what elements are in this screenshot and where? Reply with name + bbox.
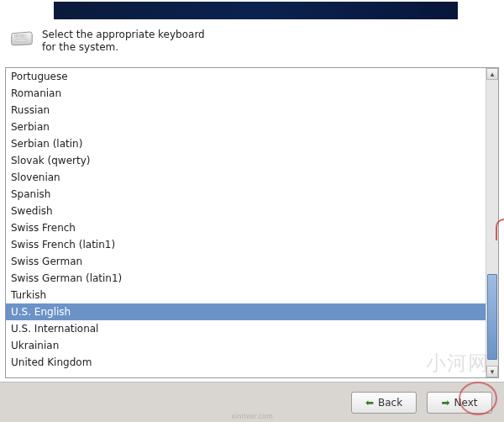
svg-rect-0 — [14, 35, 17, 38]
list-item[interactable]: Swiss French — [6, 219, 486, 236]
list-item[interactable]: Slovak (qwerty) — [6, 152, 486, 169]
list-item[interactable]: U.S. International — [6, 320, 486, 337]
svg-rect-1 — [18, 35, 20, 38]
list-item[interactable]: Portuguese — [6, 68, 486, 85]
list-item[interactable]: Romanian — [6, 85, 486, 102]
list-item[interactable]: Swiss French (latin1) — [6, 236, 486, 253]
scroll-down-button[interactable]: ▾ — [486, 366, 498, 377]
list-item[interactable]: United Kingdom — [6, 354, 486, 371]
next-button[interactable]: ➡ Next — [427, 392, 492, 414]
list-item[interactable]: Russian — [6, 102, 486, 119]
list-item[interactable]: Serbian (latin) — [6, 135, 486, 152]
list-item[interactable]: Swiss German — [6, 253, 486, 270]
scroll-track[interactable] — [486, 80, 498, 366]
arrow-left-icon: ⬅ — [365, 398, 374, 408]
list-item[interactable]: Turkish — [6, 287, 486, 303]
keyboard-list-container: PortugueseRomanianRussianSerbianSerbian … — [5, 67, 499, 378]
scrollbar[interactable]: ▴ ▾ — [486, 68, 498, 377]
footer-bar: ⬅ Back ➡ Next — [0, 382, 504, 422]
list-item[interactable]: Ukrainian — [6, 337, 486, 354]
svg-rect-2 — [20, 35, 23, 38]
list-item[interactable]: Serbian — [6, 119, 486, 135]
header-banner — [54, 2, 458, 19]
back-button-label: Back — [378, 397, 402, 409]
instruction-text: Select the appropriate keyboard for the … — [42, 29, 210, 54]
next-button-label: Next — [454, 397, 478, 409]
svg-rect-3 — [24, 35, 26, 38]
list-item[interactable]: Swiss German (latin1) — [6, 270, 486, 287]
list-item[interactable]: Swedish — [6, 203, 486, 219]
arrow-right-icon: ➡ — [441, 398, 449, 408]
back-button[interactable]: ⬅ Back — [351, 392, 417, 414]
list-item[interactable]: U.S. English — [6, 303, 486, 320]
list-item[interactable]: Spanish — [6, 186, 486, 203]
list-item[interactable]: Slovenian — [6, 169, 486, 186]
svg-rect-4 — [16, 40, 26, 42]
keyboard-list[interactable]: PortugueseRomanianRussianSerbianSerbian … — [6, 68, 486, 377]
scroll-thumb[interactable] — [487, 274, 497, 360]
scroll-up-button[interactable]: ▴ — [486, 68, 498, 80]
keyboard-icon — [10, 29, 34, 50]
instruction-row: Select the appropriate keyboard for the … — [10, 29, 210, 54]
